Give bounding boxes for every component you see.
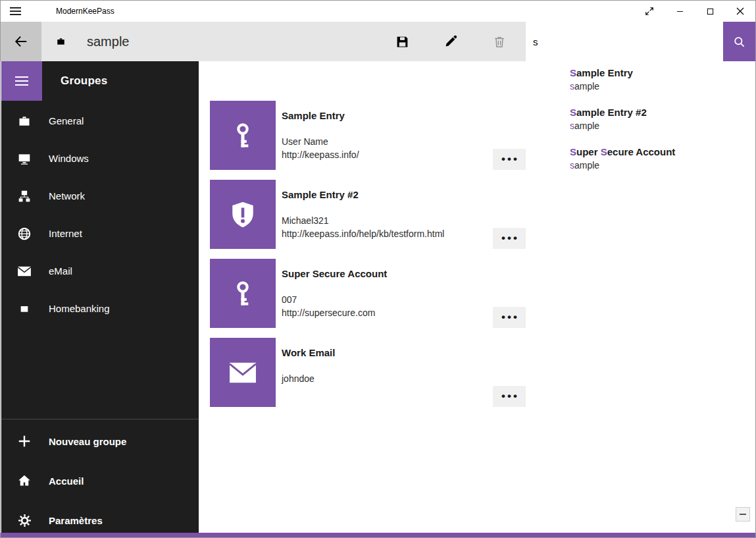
mail-icon — [228, 360, 258, 385]
nav-toggle-button[interactable] — [1, 61, 42, 101]
sidebar-item-label: Accueil — [49, 475, 84, 487]
entry-url: http://supersecure.com — [282, 306, 493, 319]
zoom-out-button[interactable] — [736, 507, 750, 522]
sidebar-item-internet[interactable]: Internet — [1, 215, 199, 252]
entry-tile — [210, 180, 276, 249]
minimize-icon — [676, 8, 684, 15]
command-bar: sample — [1, 22, 755, 61]
titlebar: ModernKeePass — [1, 1, 755, 22]
result-subtitle: sample — [570, 159, 756, 172]
app-title: ModernKeePass — [56, 7, 114, 16]
entry-username: Michael321 — [282, 214, 493, 227]
sidebar-item-windows[interactable]: Windows — [1, 140, 199, 177]
network-icon — [16, 190, 33, 203]
globe-icon — [16, 227, 33, 241]
key-icon — [230, 279, 256, 309]
sidebar-item-label: eMail — [49, 265, 72, 277]
result-subtitle: sample — [570, 119, 756, 132]
monitor-icon — [16, 152, 33, 165]
search-icon — [733, 36, 745, 48]
entry-username: 007 — [282, 293, 493, 306]
pencil-icon — [444, 35, 457, 48]
ellipsis-icon: ••• — [499, 393, 519, 400]
sidebar-item-label: Network — [49, 190, 85, 202]
entry-title: Sample Entry — [282, 109, 493, 122]
entry-row[interactable]: Sample Entry #2 Michael321 http://keepas… — [210, 180, 526, 249]
edit-button[interactable] — [435, 22, 466, 61]
group-list: General Windows Network Internet — [1, 102, 199, 327]
entry-tile — [210, 338, 276, 407]
entry-title: Sample Entry #2 — [282, 188, 493, 202]
save-button[interactable] — [386, 22, 418, 61]
minimize-button[interactable] — [665, 1, 695, 22]
sidebar-item-network[interactable]: Network — [1, 177, 199, 215]
entry-row[interactable]: Work Email johndoe ••• — [210, 338, 526, 407]
window-controls — [634, 1, 755, 22]
key-icon — [230, 121, 256, 151]
sidebar-item-label: Paramètres — [49, 515, 103, 526]
entry-row[interactable]: Super Secure Account 007 http://supersec… — [210, 259, 526, 328]
entry-text: Super Secure Account 007 http://supersec… — [282, 259, 493, 328]
entry-text: Sample Entry User Name http://keepass.in… — [282, 101, 493, 170]
entry-text: Sample Entry #2 Michael321 http://keepas… — [282, 180, 493, 249]
sidebar-header: Groupes — [1, 61, 199, 101]
plus-icon — [16, 434, 33, 448]
minus-icon — [740, 514, 746, 515]
entry-username: johndoe — [282, 372, 493, 385]
trash-icon — [493, 35, 506, 49]
sidebar-item-label: General — [49, 115, 84, 126]
search-suggestions: Sample Entry sample Sample Entry #2 samp… — [526, 61, 756, 186]
close-button[interactable] — [725, 1, 755, 22]
sidebar-item-label: Homebanking — [49, 303, 110, 314]
database-name: sample — [87, 34, 129, 49]
sidebar-item-general[interactable]: General — [1, 102, 199, 140]
search-result[interactable]: Sample Entry #2 sample — [526, 101, 756, 140]
shield-alert-icon — [229, 200, 257, 229]
bank-icon — [16, 304, 33, 314]
search-result[interactable]: Super Secure Account sample — [526, 140, 756, 180]
search-result[interactable]: Sample Entry sample — [526, 61, 756, 101]
back-button[interactable] — [1, 22, 41, 61]
sidebar-item-label: Windows — [49, 153, 89, 164]
entry-title: Work Email — [282, 346, 493, 360]
hamburger-icon — [15, 76, 28, 86]
delete-button[interactable] — [484, 22, 515, 61]
toolbar — [386, 22, 515, 61]
search-input[interactable] — [526, 22, 723, 61]
sidebar-item-label: Nouveau groupe — [49, 436, 126, 447]
more-button[interactable]: ••• — [493, 386, 526, 407]
mail-icon — [16, 265, 33, 277]
entry-url: http://keepass.info/help/kb/testform.htm… — [282, 227, 493, 240]
close-icon — [736, 7, 744, 15]
settings-button[interactable]: Paramètres — [1, 500, 199, 534]
app-window: ModernKeePass — [0, 0, 756, 538]
briefcase-icon — [16, 115, 33, 128]
entry-row[interactable]: Sample Entry User Name http://keepass.in… — [210, 101, 526, 170]
home-button[interactable]: Accueil — [1, 461, 199, 500]
fullscreen-icon — [645, 7, 654, 16]
result-title: Sample Entry #2 — [570, 106, 756, 119]
more-button[interactable]: ••• — [493, 149, 526, 170]
maximize-icon — [707, 8, 714, 15]
result-subtitle: sample — [570, 80, 756, 93]
briefcase-icon — [56, 37, 66, 46]
entry-tile — [210, 259, 276, 328]
groups-heading: Groupes — [61, 74, 107, 88]
fullscreen-button[interactable] — [634, 1, 665, 22]
sidebar: Groupes General Windows Network — [1, 61, 199, 534]
sidebar-item-homebanking[interactable]: Homebanking — [1, 290, 199, 327]
more-button[interactable]: ••• — [493, 228, 526, 249]
result-title: Super Secure Account — [570, 146, 756, 159]
sidebar-footer: Nouveau groupe Accueil — [1, 419, 199, 534]
more-button[interactable]: ••• — [493, 307, 526, 328]
sidebar-item-email[interactable]: eMail — [1, 252, 199, 290]
gear-icon — [16, 514, 33, 527]
hamburger-icon[interactable] — [10, 6, 23, 16]
new-group-button[interactable]: Nouveau groupe — [1, 421, 199, 461]
home-icon — [16, 474, 33, 487]
maximize-button[interactable] — [695, 1, 725, 22]
entry-username: User Name — [282, 135, 493, 148]
save-icon — [395, 35, 409, 49]
search-button[interactable] — [723, 22, 755, 61]
entry-tile — [210, 101, 276, 170]
